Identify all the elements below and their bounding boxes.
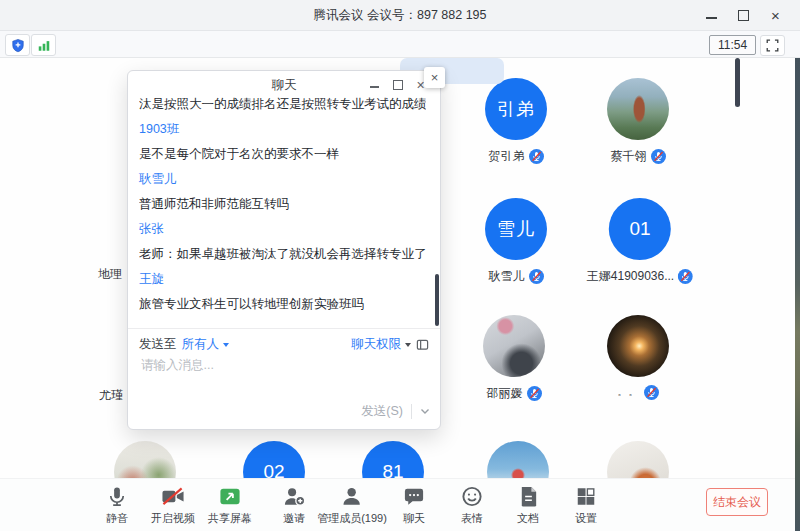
chat-message: 老师：如果卓越班被淘汰了就没机会再选择转专业了？ [139, 247, 426, 262]
chat-sender-name[interactable]: 张张 [139, 222, 426, 237]
participant-tile[interactable]: 邵丽媛 [483, 315, 545, 402]
participant-tile[interactable]: 雪儿 耿雪儿 [485, 198, 547, 285]
chat-footer-divider [128, 328, 440, 329]
participant-name: 贺引弟 [489, 148, 525, 165]
chat-message: 旅管专业文科生可以转地理创新实验班吗 [139, 297, 426, 312]
mic-muted-icon [529, 269, 544, 284]
microphone-icon [106, 485, 129, 508]
meeting-timer: 11:54 [709, 35, 756, 55]
maximize-icon [738, 10, 749, 21]
participant-name: 。。 [618, 386, 640, 399]
members-icon [341, 485, 364, 508]
chat-permission-dropdown[interactable]: 聊天权限 [351, 336, 401, 353]
participant-tile[interactable]: 。。 [607, 315, 669, 400]
chat-message-input[interactable] [139, 357, 423, 373]
chat-message: 普通师范和非师范能互转吗 [139, 197, 426, 212]
minimize-icon [706, 17, 717, 18]
mic-muted-icon [529, 149, 544, 164]
status-bar: 11:54 [0, 31, 800, 58]
camera-off-icon [160, 485, 186, 508]
chat-maximize-button[interactable] [392, 79, 403, 90]
send-to-label: 发送至 [139, 336, 177, 353]
share-screen-icon [218, 485, 242, 508]
fullscreen-icon [766, 39, 779, 52]
minimize-icon [370, 86, 379, 87]
avatar: 雪儿 [485, 198, 547, 260]
chat-window: 聊天 × 汰是按照大一的成绩排名还是按照转专业考试的成绩 1903班 是不是每个… [127, 70, 441, 430]
window-maximize-button[interactable] [737, 9, 750, 22]
chat-button[interactable]: 聊天 [403, 485, 426, 526]
mic-muted-icon [678, 269, 693, 284]
share-screen-button[interactable]: 共享屏幕 [208, 485, 252, 526]
documents-button[interactable]: 文档 [517, 485, 539, 526]
title-bar: 腾讯会议 会议号：897 882 195 × [0, 0, 800, 31]
participant-tile[interactable]: 引弟 贺引弟 [485, 78, 547, 165]
pop-out-icon[interactable] [416, 338, 429, 351]
meeting-toolbar: 静音 开启视频 共享屏幕 邀请 管理成员(199) 聊天 表情 [0, 478, 795, 531]
mute-button[interactable]: 静音 [106, 485, 129, 526]
send-divider [411, 404, 412, 419]
chat-sender-name[interactable]: 王旋 [139, 272, 426, 287]
invite-button[interactable]: 邀请 [282, 485, 306, 526]
send-options-chevron-icon[interactable] [420, 408, 430, 415]
end-meeting-button[interactable]: 结束会议 [706, 488, 768, 516]
window-title: 腾讯会议 会议号：897 882 195 [0, 0, 800, 30]
chat-sender-name[interactable]: 1903班 [139, 122, 426, 137]
mic-muted-icon [644, 385, 659, 400]
maximize-icon [393, 80, 403, 90]
participant-tile[interactable]: 蔡千翎 [607, 78, 669, 165]
chat-bubble-icon [403, 485, 426, 508]
participant-name-partial: 尤瑾 [99, 387, 123, 404]
layout-grid-icon [575, 485, 597, 508]
shield-icon [11, 38, 25, 53]
chat-scrollbar[interactable] [435, 274, 439, 326]
chat-sender-name[interactable]: 耿雪儿 [139, 172, 426, 187]
toast-close-button[interactable]: × [424, 67, 445, 88]
signal-bars-icon [37, 39, 51, 52]
avatar-photo [483, 315, 545, 377]
mic-muted-icon [527, 386, 542, 401]
mic-muted-icon [651, 149, 666, 164]
avatar: 引弟 [485, 78, 547, 140]
chat-minimize-button[interactable] [369, 79, 380, 90]
network-status-button[interactable] [31, 34, 56, 56]
chevron-down-icon[interactable] [223, 343, 229, 347]
manage-members-button[interactable]: 管理成员(199) [317, 485, 387, 526]
send-button[interactable]: 发送(S) [361, 403, 403, 420]
send-to-dropdown[interactable]: 所有人 [182, 336, 220, 353]
chat-message: 是不是每个院对于名次的要求不一样 [139, 147, 426, 162]
avatar-photo [607, 78, 669, 140]
invite-person-icon [282, 485, 306, 508]
participant-tile[interactable]: 01 王娜41909036... [587, 198, 693, 285]
emoji-smiley-icon [461, 485, 484, 508]
chat-message: 汰是按照大一的成绩排名还是按照转专业考试的成绩 [139, 97, 426, 112]
participant-name: 蔡千翎 [611, 148, 647, 165]
grid-scrollbar[interactable] [735, 58, 740, 107]
chat-message-list: 汰是按照大一的成绩排名还是按照转专业考试的成绩 1903班 是不是每个院对于名次… [139, 97, 426, 322]
chevron-down-icon[interactable] [405, 343, 411, 347]
emoji-button[interactable]: 表情 [461, 485, 484, 526]
avatar: 01 [609, 198, 671, 260]
document-icon [518, 485, 539, 508]
participant-name: 王娜41909036... [587, 268, 674, 285]
fullscreen-button[interactable] [760, 35, 785, 56]
meeting-security-button[interactable] [5, 34, 30, 56]
window-close-button[interactable]: × [769, 9, 782, 22]
avatar-photo [607, 315, 669, 377]
window-minimize-button[interactable] [705, 9, 718, 22]
participant-name-partial: 地理 [98, 266, 122, 283]
background-window-edge [795, 57, 800, 531]
settings-button[interactable]: 设置 [575, 485, 597, 526]
start-video-button[interactable]: 开启视频 [151, 485, 195, 526]
tencent-meeting-window: 腾讯会议 会议号：897 882 195 × 11:54 引弟 贺引弟 [0, 0, 800, 531]
participant-name: 耿雪儿 [489, 268, 525, 285]
participant-name: 邵丽媛 [487, 385, 523, 402]
